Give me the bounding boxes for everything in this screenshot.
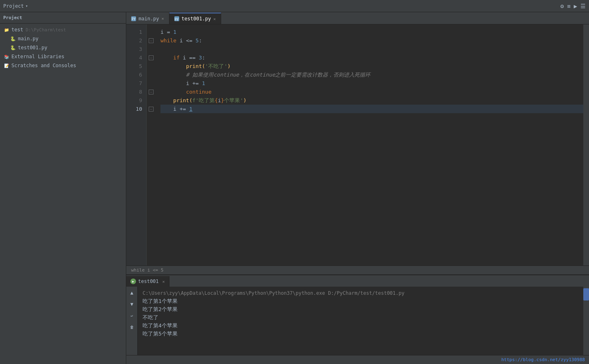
console-tab-close[interactable]: ✕ [163, 279, 165, 284]
code-token: ( [202, 62, 205, 70]
code-token [160, 62, 186, 70]
tab-test001-py[interactable]: py test001.py ✕ [169, 13, 221, 24]
sidebar-item-external-libs[interactable]: 📚 External Libraries [0, 52, 126, 61]
code-token: continue [186, 88, 212, 96]
chevron-icon: ▾ [26, 4, 28, 8]
sidebar-item-test001-py[interactable]: 🐍 test001.py [0, 43, 126, 52]
code-token: f'吃了第 [192, 96, 215, 105]
fold-4[interactable]: − [149, 55, 154, 60]
python-file-icon: 🐍 [10, 35, 16, 42]
code-line-5: print('不吃了') [160, 62, 583, 70]
project-title[interactable]: Project ▾ [3, 3, 28, 9]
reformat-icon[interactable]: ≡ [567, 3, 570, 9]
gutter-5 [147, 62, 156, 70]
code-token [160, 53, 173, 62]
sidebar-item-scratches[interactable]: 📝 Scratches and Consoles [0, 61, 126, 70]
gutter-10[interactable]: − [147, 105, 156, 113]
tab-main-py-close[interactable]: ✕ [162, 16, 164, 21]
scratch-icon: 📝 [3, 62, 10, 69]
console-output-line-1: 吃了第1个苹果 [143, 297, 578, 305]
main-py-label: main.py [18, 36, 39, 42]
ln-4: 4 [126, 53, 146, 62]
run-icon[interactable]: ▶ [574, 3, 577, 9]
clear-btn[interactable]: 🗑 [127, 322, 136, 331]
code-line-1: i = 1 [160, 28, 583, 36]
scratches-label: Scratches and Consoles [11, 63, 76, 68]
gutter-8[interactable]: − [147, 88, 156, 96]
console-bottom-bar: https://blog.csdn.net/zyy130988 [126, 355, 589, 364]
code-editor[interactable]: 1 2 3 4 5 6 7 8 9 10 − − [126, 24, 589, 265]
tab-test001-py-label: test001.py [182, 16, 211, 22]
tab-main-py-icon: py [131, 16, 136, 21]
console-command-text: C:\Users\zyy\AppData\Local\Programs\Pyth… [143, 290, 404, 296]
line-numbers: 1 2 3 4 5 6 7 8 9 10 [126, 24, 147, 265]
code-line-6: # 如果使用continue，在continue之前一定要需改计数器，否则进入死… [160, 70, 583, 79]
ln-6: 6 [126, 70, 146, 79]
project-root-label: test [11, 27, 23, 33]
code-line-4: if i == 3: [160, 53, 583, 62]
code-token: ( [189, 96, 192, 105]
external-libs-label: External Libraries [11, 54, 64, 59]
folder-icon: 📁 [3, 26, 10, 33]
console-command: C:\Users\zyy\AppData\Local\Programs\Pyth… [143, 289, 578, 297]
code-token: <= [186, 36, 196, 45]
sidebar-item-main-py[interactable]: 🐍 main.py [0, 34, 126, 43]
scrollbar-thumb [583, 288, 589, 300]
ln-7: 7 [126, 79, 146, 88]
console-tab-label: test001 [138, 278, 159, 284]
ln-1: 1 [126, 28, 146, 36]
console-tabs: ▶ test001 ✕ [126, 275, 589, 287]
settings-icon[interactable]: ⚙ [560, 3, 564, 9]
ln-5: 5 [126, 62, 146, 70]
wrap-btn[interactable]: ↩ [127, 311, 136, 320]
code-token: { [215, 96, 218, 105]
lib-icon: 📚 [3, 53, 10, 60]
code-line-8: continue [160, 88, 583, 96]
code-token: : [199, 36, 202, 45]
breadcrumb-bar: while i <= 5 [126, 265, 589, 274]
code-token: } [221, 96, 224, 105]
ln-3: 3 [126, 45, 146, 53]
toolbar-icons: ⚙ ≡ ▶ ☰ [560, 3, 586, 9]
tab-main-py-label: main.py [138, 16, 159, 22]
gutter-2[interactable]: − [147, 36, 156, 45]
console-scrollbar[interactable] [583, 287, 589, 355]
project-path: D:\PyCharm\test [26, 27, 66, 33]
sidebar-content: 📁 test D:\PyCharm\test 🐍 main.py 🐍 test0… [0, 24, 126, 364]
console-output-line-3: 不吃了 [143, 314, 578, 322]
code-token: i [160, 28, 167, 36]
ln-2: 2 [126, 36, 146, 45]
tabs-bar: py main.py ✕ py test001.py ✕ [126, 12, 589, 24]
code-token: i [183, 53, 189, 62]
code-token: ) [243, 96, 246, 105]
code-token: 1 [202, 79, 205, 88]
gutter-4[interactable]: − [147, 53, 156, 62]
sidebar-header: Project [0, 12, 126, 24]
console-tab-test001[interactable]: ▶ test001 ✕ [126, 276, 169, 287]
scroll-up-btn[interactable]: ▲ [127, 288, 136, 297]
project-label: Project [3, 3, 24, 9]
code-token: = [167, 28, 174, 36]
ln-9: 9 [126, 96, 146, 105]
console-sidebar: ▲ ▼ ↩ 🗑 [126, 287, 138, 355]
fold-10[interactable]: − [149, 107, 154, 112]
tab-main-py[interactable]: py main.py ✕ [126, 13, 169, 24]
menu-icon[interactable]: ☰ [580, 3, 586, 9]
console-output-line-5: 吃了第5个苹果 [143, 330, 578, 338]
code-token: += [180, 105, 189, 113]
fold-8[interactable]: − [149, 90, 154, 94]
fold-2[interactable]: − [149, 38, 154, 43]
code-token: ) [227, 62, 231, 70]
run-status-icon: ▶ [130, 278, 136, 284]
sidebar-title: Project [3, 15, 22, 20]
sidebar-item-project-root[interactable]: 📁 test D:\PyCharm\test [0, 25, 126, 34]
tab-test001-py-close[interactable]: ✕ [213, 17, 216, 21]
status-url: https://blog.csdn.net/zyy130988 [501, 357, 585, 362]
top-bar: Project ▾ ⚙ ≡ ▶ ☰ [0, 0, 589, 12]
code-token: 1 [173, 28, 176, 36]
console-area: ▶ test001 ✕ ▲ ▼ ↩ 🗑 C:\Users\zyy\AppData… [126, 274, 589, 364]
editor-scrollbar[interactable] [583, 24, 589, 265]
code-content[interactable]: i = 1 while i <= 5: if i == 3: print('不吃… [156, 24, 583, 265]
scroll-down-btn[interactable]: ▼ [127, 300, 136, 309]
sidebar: Project 📁 test D:\PyCharm\test 🐍 main.py… [0, 12, 126, 364]
